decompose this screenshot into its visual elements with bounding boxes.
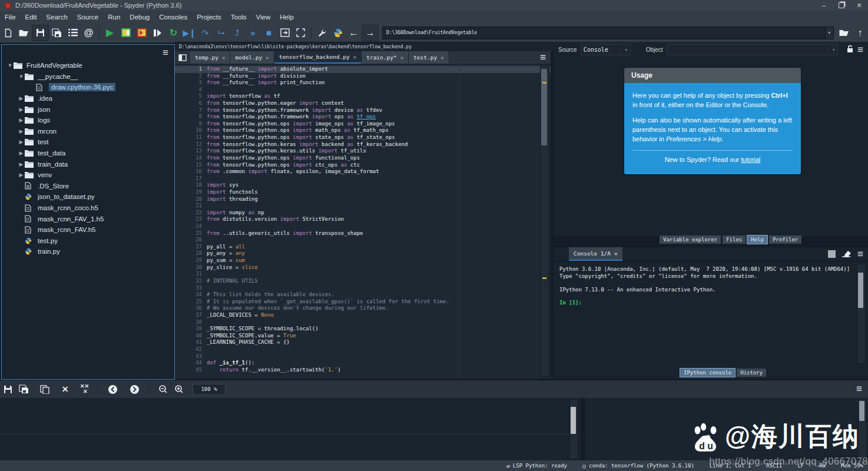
code-line-14[interactable]: 14from tensorflow.python.ops import func… bbox=[175, 155, 551, 162]
menu-debug[interactable]: Debug bbox=[125, 12, 154, 22]
working-directory-input[interactable]: D:\360Download\FruitAndVegetable bbox=[382, 26, 826, 39]
restore-button[interactable] bbox=[833, 0, 850, 11]
code-line-7[interactable]: 7from tensorflow.python.framework import… bbox=[175, 107, 551, 114]
code-line-38[interactable]: 38 bbox=[175, 319, 551, 326]
plots-options-icon[interactable]: ≡ bbox=[856, 383, 862, 394]
editor-tab-model.py[interactable]: model.py✕ bbox=[230, 51, 274, 64]
code-line-9[interactable]: 9from tensorflow.python.ops import image… bbox=[175, 121, 551, 128]
code-line-32[interactable]: 32# INTERNAL UTILS bbox=[175, 278, 551, 285]
code-line-22[interactable]: 22import numpy as np bbox=[175, 210, 551, 217]
editor-options-icon[interactable]: ≡ bbox=[540, 52, 546, 62]
step-over-button[interactable]: ↷ bbox=[197, 25, 213, 41]
code-line-28[interactable]: 28py_any = any bbox=[175, 250, 551, 257]
code-line-6[interactable]: 6from tensorflow.python.eager import con… bbox=[175, 100, 551, 107]
debug-button[interactable]: ▶❙ bbox=[181, 25, 197, 41]
close-icon[interactable]: ✕ bbox=[266, 55, 269, 61]
expander-icon[interactable]: ▶ bbox=[18, 172, 25, 178]
back-button[interactable]: ← bbox=[346, 25, 362, 41]
explorer-options-icon[interactable]: ≡ bbox=[163, 48, 168, 58]
editor-tab-test.py[interactable]: test.py✕ bbox=[409, 51, 449, 64]
code-line-15[interactable]: 15from tensorflow.python.ops import ctc_… bbox=[175, 162, 551, 169]
expander-icon[interactable]: ▼ bbox=[6, 62, 14, 68]
expander-icon[interactable]: ▼ bbox=[18, 74, 25, 79]
maximize-pane-button[interactable] bbox=[277, 25, 293, 41]
menu-edit[interactable]: Edit bbox=[21, 12, 42, 22]
browse-tabs-button[interactable] bbox=[175, 51, 190, 64]
minimize-button[interactable]: – bbox=[815, 0, 833, 11]
code-line-42[interactable]: 42 bbox=[175, 346, 551, 353]
tree-item-FruitAndVegetable[interactable]: ▼FruitAndVegetable bbox=[2, 60, 174, 71]
lock-icon[interactable] bbox=[846, 45, 854, 54]
close-button[interactable]: ✕ bbox=[850, 0, 868, 11]
expander-icon[interactable]: ▶ bbox=[18, 150, 25, 156]
continue-button[interactable]: » bbox=[245, 25, 261, 41]
browse-workdir-button[interactable] bbox=[836, 25, 852, 41]
menu-projects[interactable]: Projects bbox=[192, 12, 226, 22]
console-scrollbar[interactable] bbox=[857, 264, 866, 364]
forward-button[interactable]: → bbox=[362, 25, 379, 41]
tree-item-.idea[interactable]: ▶.idea bbox=[2, 93, 174, 104]
code-line-26[interactable]: 26 bbox=[175, 237, 551, 244]
code-line-13[interactable]: 13from tensorflow.python.keras.utils imp… bbox=[175, 148, 551, 155]
tree-item-mask_rcnn_coco.h5[interactable]: mask_rcnn_coco.h5 bbox=[2, 203, 174, 214]
menu-source[interactable]: Source bbox=[72, 12, 103, 22]
close-icon[interactable]: ✕ bbox=[400, 55, 403, 61]
tree-item-train_data[interactable]: ▶train_data bbox=[2, 158, 174, 170]
menu-view[interactable]: View bbox=[251, 12, 276, 22]
help-object-input[interactable]: ▾ bbox=[667, 44, 838, 55]
console-tab[interactable]: Console 1/A ✕ bbox=[569, 247, 622, 261]
console-output[interactable]: Python 3.6.10 |Anaconda, Inc.| (default,… bbox=[554, 261, 868, 371]
code-line-33[interactable]: 33 bbox=[175, 285, 551, 292]
close-icon[interactable]: ✕ bbox=[614, 250, 618, 257]
save-all-plots-button[interactable] bbox=[16, 382, 32, 397]
menu-search[interactable]: Search bbox=[41, 12, 72, 22]
save-button[interactable] bbox=[32, 25, 49, 41]
expander-icon[interactable]: ▶ bbox=[18, 161, 25, 167]
run-button[interactable]: ▶ bbox=[102, 25, 118, 41]
code-line-12[interactable]: 12from tensorflow.python.keras import ba… bbox=[175, 141, 551, 148]
menu-file[interactable]: File bbox=[0, 12, 21, 22]
tree-item-test[interactable]: ▶test bbox=[2, 137, 174, 148]
copy-plot-button[interactable] bbox=[37, 382, 52, 397]
tree-item-venv[interactable]: ▶venv bbox=[2, 170, 174, 181]
stop-debug-button[interactable]: ■ bbox=[261, 25, 277, 41]
code-line-44[interactable]: 44def _is_tf_1(): bbox=[175, 360, 551, 367]
editor-tab-tensorflow_backend.py[interactable]: tensorflow_backend.py✕ bbox=[274, 51, 362, 64]
code-line-17[interactable]: 17 bbox=[175, 175, 551, 183]
code-line-25[interactable]: 25from ..utils.generic_utils import tran… bbox=[175, 230, 551, 237]
editor-scrollbar[interactable] bbox=[540, 65, 549, 377]
run-cell-advance-button[interactable] bbox=[134, 25, 150, 41]
parent-directory-button[interactable]: ↑ bbox=[852, 25, 868, 41]
rerun-cell-button[interactable]: ↻ bbox=[165, 25, 181, 41]
code-line-1[interactable]: 1from __future__ import absolute_import bbox=[175, 66, 551, 73]
tutorial-link[interactable]: tutorial bbox=[741, 156, 760, 163]
pane-tab-variable-explorer[interactable]: Variable explorer bbox=[660, 236, 721, 244]
code-line-24[interactable]: 24 bbox=[175, 223, 551, 230]
code-line-10[interactable]: 10from tensorflow.python.ops import math… bbox=[175, 127, 551, 134]
pane-tab-help[interactable]: Help bbox=[747, 236, 767, 244]
close-icon[interactable]: ✕ bbox=[440, 55, 443, 61]
tree-item-train.py[interactable]: train.py bbox=[2, 246, 174, 257]
secondary-scrollbar[interactable] bbox=[858, 399, 867, 459]
tree-item-test.py[interactable]: test.py bbox=[2, 236, 174, 247]
code-line-41[interactable]: 41_LEARNING_PHASE_CACHE = {} bbox=[175, 339, 551, 346]
code-line-30[interactable]: 30py_slice = slice bbox=[175, 264, 551, 271]
tree-item-mrcnn[interactable]: ▶mrcnn bbox=[2, 126, 174, 137]
expander-icon[interactable]: ▶ bbox=[18, 128, 25, 134]
tree-item-.DS_Store[interactable]: .DS_Store bbox=[2, 181, 174, 192]
expander-icon[interactable]: ▶ bbox=[18, 107, 25, 112]
open-file-button[interactable] bbox=[16, 25, 32, 41]
tree-item-mask_rcnn_FAV.h5[interactable]: mask_rcnn_FAV.h5 bbox=[2, 224, 174, 236]
expander-icon[interactable]: ▶ bbox=[18, 117, 25, 123]
save-plot-button[interactable] bbox=[0, 382, 16, 397]
code-line-29[interactable]: 29py_sum = sum bbox=[175, 257, 551, 264]
step-into-button[interactable]: ⮡ bbox=[213, 25, 229, 41]
zoom-level-field[interactable]: 100 % bbox=[193, 384, 226, 395]
code-line-31[interactable]: 31 bbox=[175, 271, 551, 278]
code-line-5[interactable]: 5import tensorflow as tf bbox=[175, 93, 551, 100]
menu-tools[interactable]: Tools bbox=[226, 12, 251, 22]
eraser-icon[interactable] bbox=[842, 249, 852, 260]
close-all-plots-button[interactable]: ✕✕ ✕ bbox=[77, 382, 92, 397]
code-line-23[interactable]: 23from distutils.version import StrictVe… bbox=[175, 216, 551, 223]
console-options-icon[interactable]: ≡ bbox=[857, 249, 863, 259]
